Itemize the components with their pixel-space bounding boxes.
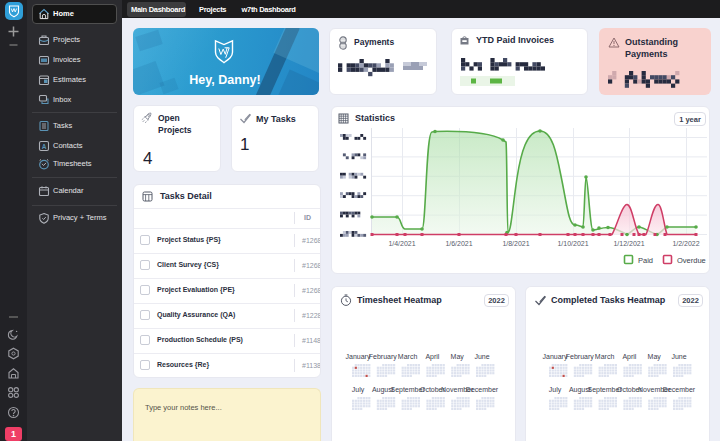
svg-text:June: June (474, 353, 489, 360)
svg-text:1/4/2021: 1/4/2021 (388, 240, 415, 247)
svg-text:July: July (352, 386, 365, 394)
svg-text:December: December (663, 386, 696, 393)
svg-text:Overdue: Overdue (677, 256, 706, 265)
svg-text:April: April (622, 353, 636, 361)
svg-text:March: March (398, 353, 418, 360)
svg-text:March: March (595, 353, 615, 360)
svg-text:April: April (425, 353, 439, 361)
svg-text:January: January (543, 353, 568, 361)
svg-text:June: June (671, 353, 686, 360)
svg-text:February: February (369, 353, 398, 361)
svg-text:May: May (451, 353, 465, 361)
svg-text:1/12/2021: 1/12/2021 (613, 240, 644, 247)
svg-text:May: May (648, 353, 662, 361)
svg-text:January: January (346, 353, 371, 361)
svg-text:1/10/2021: 1/10/2021 (557, 240, 588, 247)
svg-text:December: December (466, 386, 499, 393)
svg-text:February: February (566, 353, 595, 361)
svg-text:1/8/2021: 1/8/2021 (502, 240, 529, 247)
svg-text:A: A (42, 143, 47, 150)
svg-text:1/6/2021: 1/6/2021 (445, 240, 472, 247)
svg-text:July: July (549, 386, 562, 394)
svg-text:1/2/2022: 1/2/2022 (672, 240, 699, 247)
svg-text:Paid: Paid (638, 256, 653, 265)
